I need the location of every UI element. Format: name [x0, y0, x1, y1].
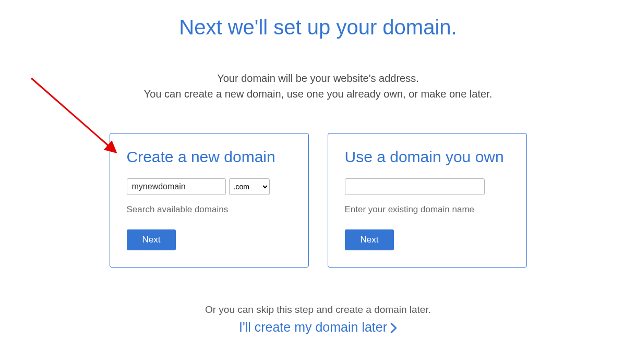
- page-description: Your domain will be your website's addre…: [0, 70, 636, 102]
- create-domain-helper: Search available domains: [127, 204, 292, 215]
- tld-select[interactable]: .com: [229, 178, 270, 195]
- create-domain-card: Create a new domain .com Search availabl…: [110, 133, 309, 268]
- page-title: Next we'll set up your domain.: [0, 16, 636, 39]
- own-domain-title: Use a domain you own: [345, 148, 510, 166]
- create-domain-next-button[interactable]: Next: [127, 229, 176, 250]
- create-domain-input-row: .com: [127, 178, 292, 195]
- skip-link-label: I'll create my domain later: [239, 320, 387, 335]
- chevron-right-icon: [390, 320, 397, 335]
- own-domain-input-row: [345, 178, 510, 195]
- skip-link[interactable]: I'll create my domain later: [239, 320, 397, 335]
- existing-domain-input[interactable]: [345, 178, 485, 195]
- own-domain-next-button[interactable]: Next: [345, 229, 394, 250]
- description-line-1: Your domain will be your website's addre…: [0, 70, 636, 86]
- own-domain-card: Use a domain you own Enter your existing…: [328, 133, 527, 268]
- skip-text: Or you can skip this step and create a d…: [0, 304, 636, 316]
- description-line-2: You can create a new domain, use one you…: [0, 86, 636, 102]
- own-domain-helper: Enter your existing domain name: [345, 204, 510, 215]
- skip-section: Or you can skip this step and create a d…: [0, 304, 636, 335]
- create-domain-title: Create a new domain: [127, 148, 292, 166]
- cards-row: Create a new domain .com Search availabl…: [0, 133, 636, 268]
- new-domain-input[interactable]: [127, 178, 226, 195]
